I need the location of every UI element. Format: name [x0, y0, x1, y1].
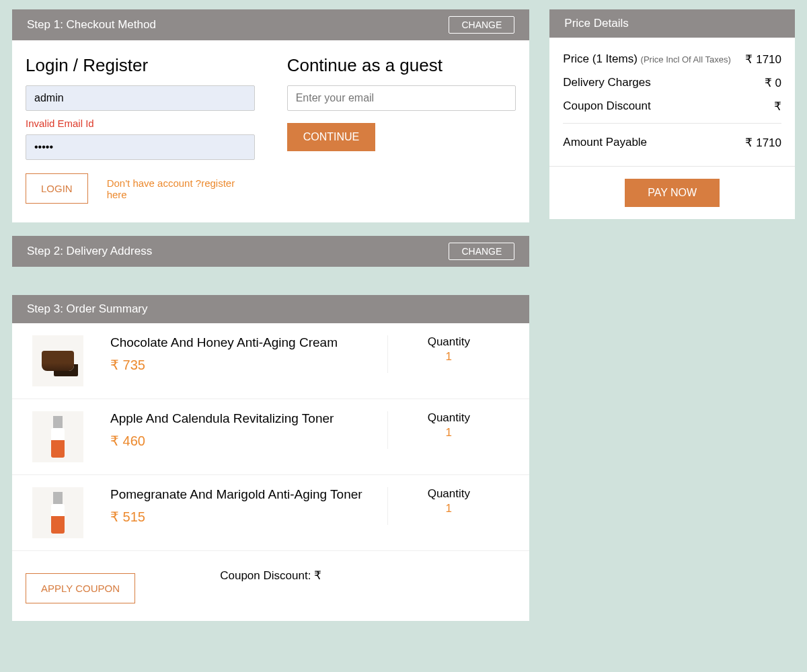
- login-button[interactable]: LOGIN: [26, 173, 88, 204]
- product-info: Apple And Calendula Revitalizing Toner₹ …: [110, 411, 388, 449]
- price-details-column: Price Details Price (1 Items) (Price Inc…: [549, 9, 795, 233]
- quantity-label: Quantity: [388, 487, 509, 501]
- login-form: Login / Register Invalid Email Id LOGIN …: [26, 55, 255, 204]
- guest-form: Continue as a guest CONTINUE: [287, 55, 516, 204]
- price-row-delivery: Delivery Charges ₹ 0: [563, 76, 781, 90]
- product-price: ₹ 515: [110, 509, 374, 525]
- product-image: [32, 411, 83, 462]
- order-item: Chocolate And Honey Anti-Aging Cream₹ 73…: [12, 323, 529, 399]
- step1-body: Login / Register Invalid Email Id LOGIN …: [12, 40, 529, 222]
- product-name: Chocolate And Honey Anti-Aging Cream: [110, 335, 374, 350]
- product-image: [32, 487, 83, 538]
- step2-change-button[interactable]: CHANGE: [449, 243, 514, 260]
- coupon-section: Coupon Discount: ₹ APPLY COUPON: [12, 551, 529, 621]
- step1-panel: Step 1: Checkout Method CHANGE Login / R…: [12, 9, 529, 222]
- continue-button[interactable]: CONTINUE: [287, 123, 376, 151]
- price-label: Price (1 Items) (Price Incl Of All Taxes…: [563, 52, 730, 67]
- payable-value: ₹ 1710: [745, 136, 781, 150]
- payable-label: Amount Payable: [563, 136, 647, 150]
- price-row-payable: Amount Payable ₹ 1710: [563, 136, 781, 150]
- price-row-items: Price (1 Items) (Price Incl Of All Taxes…: [563, 52, 781, 67]
- login-title: Login / Register: [26, 55, 255, 76]
- quantity-value: 1: [388, 426, 509, 439]
- quantity-column: Quantity1: [388, 487, 509, 515]
- price-value: ₹ 1710: [745, 52, 781, 67]
- apply-coupon-button[interactable]: APPLY COUPON: [26, 573, 135, 603]
- step1-header: Step 1: Checkout Method CHANGE: [12, 9, 529, 40]
- product-info: Chocolate And Honey Anti-Aging Cream₹ 73…: [110, 335, 388, 373]
- product-name: Pomegranate And Marigold Anti-Aging Tone…: [110, 487, 374, 502]
- step1-title: Step 1: Checkout Method: [27, 18, 156, 32]
- price-details-body: Price (1 Items) (Price Incl Of All Taxes…: [549, 38, 795, 166]
- order-item: Pomegranate And Marigold Anti-Aging Tone…: [12, 475, 529, 551]
- price-details-title: Price Details: [564, 17, 628, 30]
- quantity-column: Quantity1: [388, 335, 509, 364]
- product-price: ₹ 460: [110, 433, 374, 449]
- quantity-label: Quantity: [388, 335, 509, 349]
- product-image: [32, 335, 83, 386]
- guest-email-input[interactable]: [287, 85, 516, 111]
- product-name: Apple And Calendula Revitalizing Toner: [110, 411, 374, 426]
- guest-title: Continue as a guest: [287, 55, 516, 76]
- price-row-coupon: Coupon Discount ₹: [563, 99, 781, 114]
- quantity-value: 1: [388, 350, 509, 364]
- delivery-value: ₹ 0: [765, 76, 781, 90]
- price-details-panel: Price Details Price (1 Items) (Price Inc…: [549, 9, 795, 219]
- login-password-input[interactable]: [26, 134, 255, 160]
- checkout-main-column: Step 1: Checkout Method CHANGE Login / R…: [12, 9, 529, 634]
- step1-change-button[interactable]: CHANGE: [449, 16, 514, 34]
- product-price: ₹ 735: [110, 357, 374, 373]
- coupon-value: ₹: [774, 99, 781, 114]
- step2-header: Step 2: Delivery Address CHANGE: [12, 236, 529, 267]
- step2-title: Step 2: Delivery Address: [27, 245, 152, 258]
- quantity-value: 1: [388, 502, 509, 515]
- coupon-label: Coupon Discount: [563, 99, 650, 114]
- quantity-column: Quantity1: [388, 411, 509, 439]
- step3-title: Step 3: Order Summary: [27, 302, 148, 316]
- pay-now-button[interactable]: PAY NOW: [625, 179, 720, 207]
- login-actions-row: LOGIN Don't have account ?register here: [26, 173, 255, 204]
- price-details-header: Price Details: [549, 9, 795, 38]
- order-items-list: Chocolate And Honey Anti-Aging Cream₹ 73…: [12, 323, 529, 551]
- order-item: Apple And Calendula Revitalizing Toner₹ …: [12, 399, 529, 475]
- quantity-label: Quantity: [388, 411, 509, 425]
- login-email-input[interactable]: [26, 85, 255, 111]
- step3-panel: Step 3: Order Summary Chocolate And Hone…: [12, 295, 529, 621]
- pay-now-wrap: PAY NOW: [549, 167, 795, 219]
- product-info: Pomegranate And Marigold Anti-Aging Tone…: [110, 487, 388, 525]
- step3-header: Step 3: Order Summary: [12, 295, 529, 323]
- delivery-label: Delivery Charges: [563, 76, 650, 90]
- register-link[interactable]: Don't have account ?register here: [107, 177, 255, 200]
- price-divider: [563, 123, 781, 124]
- login-error-text: Invalid Email Id: [26, 118, 255, 129]
